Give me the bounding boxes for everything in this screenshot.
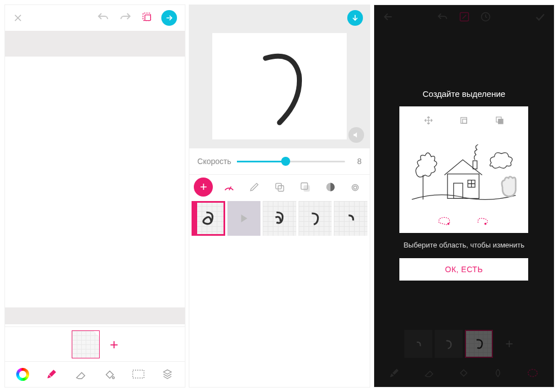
dotted-examples <box>437 212 491 226</box>
speed-slider[interactable] <box>237 161 345 162</box>
dialog-title: Создайте выделение <box>422 89 505 99</box>
layers-icon[interactable] <box>160 367 175 382</box>
empty-area <box>189 238 369 387</box>
snail-icon[interactable] <box>346 181 365 193</box>
tool-bar <box>5 361 185 387</box>
tutorial-card <box>399 106 528 233</box>
panel-tutorial: + Создайте выделение <box>374 4 555 388</box>
color-picker-icon[interactable] <box>16 367 30 382</box>
top-bar <box>189 5 369 31</box>
timeline-strip <box>5 31 185 57</box>
svg-rect-16 <box>498 119 502 124</box>
undo-icon[interactable] <box>96 11 110 25</box>
dialog-subtitle: Выберите область, чтобы изменить <box>403 241 524 249</box>
timeline-strip-bottom <box>5 307 185 324</box>
mask-icon[interactable] <box>296 181 314 193</box>
mute-icon[interactable] <box>348 127 364 143</box>
add-frame-button[interactable]: + <box>110 337 118 352</box>
timeline-toolbar: + <box>189 174 369 199</box>
svg-rect-0 <box>143 13 151 20</box>
canvas-area[interactable] <box>5 59 185 307</box>
frames-strip <box>189 199 369 238</box>
frame-row: + <box>5 326 185 361</box>
speed-value: 8 <box>351 157 362 166</box>
tutorial-illustration <box>408 133 520 212</box>
add-button[interactable]: + <box>194 178 213 197</box>
svg-rect-19 <box>473 161 477 169</box>
svg-rect-13 <box>461 118 467 124</box>
frame-4[interactable] <box>334 201 367 236</box>
invert-icon <box>495 115 505 128</box>
svg-point-21 <box>485 223 487 225</box>
tutorial-tool-row <box>399 113 528 133</box>
frame-2[interactable] <box>263 201 296 236</box>
move-icon <box>423 115 434 128</box>
tutorial-overlay: Создайте выделение <box>374 5 554 387</box>
svg-point-8 <box>352 184 358 190</box>
crop-dashed-icon[interactable] <box>141 11 152 25</box>
svg-rect-14 <box>463 119 467 124</box>
panel-draw: + <box>4 4 185 388</box>
eraser-icon[interactable] <box>73 367 88 382</box>
frame-3[interactable] <box>299 201 332 236</box>
frame-thumbnail[interactable] <box>72 330 100 358</box>
ok-button[interactable]: ОК, ЕСТЬ <box>399 258 528 281</box>
svg-rect-6 <box>304 185 309 191</box>
preview-canvas[interactable] <box>212 33 347 139</box>
frame-1[interactable] <box>192 201 225 236</box>
download-button[interactable] <box>347 10 363 26</box>
speed-control: Скорость 8 <box>189 148 369 174</box>
onion-skin-icon[interactable] <box>321 181 339 193</box>
speed-label: Скорость <box>197 157 231 166</box>
speedometer-icon[interactable] <box>220 181 238 193</box>
crop-icon <box>459 115 469 128</box>
svg-point-9 <box>353 186 357 189</box>
close-icon[interactable] <box>13 13 23 23</box>
next-button[interactable] <box>161 10 177 26</box>
svg-rect-1 <box>145 15 151 21</box>
svg-rect-2 <box>133 370 144 378</box>
panel-animate: Скорость 8 + <box>189 4 370 388</box>
brush-icon[interactable] <box>44 367 59 382</box>
copy-icon[interactable] <box>271 181 289 193</box>
preview-area <box>189 31 369 148</box>
redo-icon[interactable] <box>119 11 132 25</box>
lasso-icon[interactable] <box>131 367 146 382</box>
bucket-icon[interactable] <box>102 367 117 382</box>
pencil-icon[interactable] <box>245 181 264 193</box>
frame-play[interactable] <box>227 201 260 236</box>
top-bar <box>5 5 185 31</box>
svg-point-20 <box>448 223 450 225</box>
